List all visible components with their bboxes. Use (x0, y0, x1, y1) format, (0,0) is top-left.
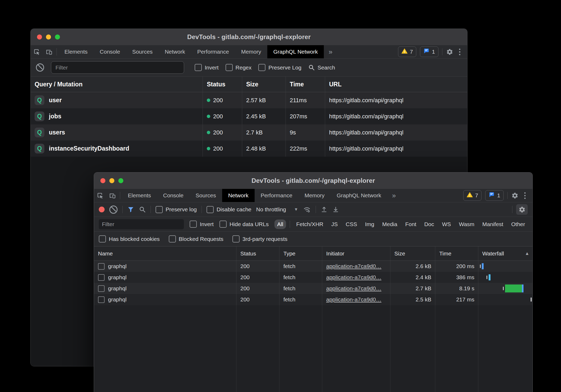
column-header-query[interactable]: Query / Mutation (31, 77, 203, 92)
has-blocked-cookies-checkbox[interactable]: Has blocked cookies (99, 235, 160, 242)
tab-graphql-network[interactable]: GraphQL Network (267, 45, 324, 58)
tab-sources[interactable]: Sources (190, 189, 222, 202)
type-filter-all[interactable]: All (274, 220, 286, 229)
tab-console[interactable]: Console (94, 45, 126, 58)
column-header-waterfall[interactable]: Waterfall ▲ (478, 246, 532, 260)
minimize-button[interactable] (109, 178, 114, 183)
import-har-icon[interactable] (321, 206, 328, 213)
column-header-size[interactable]: Size (242, 77, 286, 92)
blocked-requests-checkbox[interactable]: Blocked Requests (169, 235, 223, 242)
initiator-link[interactable]: application-a7ca9d0… (326, 263, 381, 269)
table-row[interactable]: graphql 200 fetch application-a7ca9d0… 2… (94, 294, 532, 305)
close-button[interactable] (37, 35, 42, 40)
network-conditions-icon[interactable] (303, 206, 311, 213)
table-row[interactable]: Quser 200 2.57 kB 211ms https://gitlab.c… (31, 92, 467, 108)
table-row[interactable]: Qjobs 200 2.45 kB 207ms https://gitlab.c… (31, 108, 467, 124)
more-tabs-icon[interactable]: » (387, 189, 400, 202)
type-filter-css[interactable]: CSS (343, 220, 360, 229)
filter-input[interactable] (51, 61, 184, 74)
inspect-element-icon[interactable] (94, 189, 106, 202)
initiator-link[interactable]: application-a7ca9d0… (326, 274, 381, 281)
row-checkbox[interactable] (98, 263, 105, 270)
type-filter-fetch-xhr[interactable]: Fetch/XHR (294, 220, 326, 229)
minimize-button[interactable] (46, 35, 51, 40)
throttling-select[interactable]: No throttling ▼ (256, 206, 298, 213)
settings-gear-icon[interactable] (511, 192, 518, 199)
inspect-element-icon[interactable] (31, 45, 43, 58)
type-filter-wasm[interactable]: Wasm (456, 220, 477, 229)
titlebar[interactable]: DevTools - gitlab.com/-/graphql-explorer (94, 172, 532, 189)
column-header-initiator[interactable]: Initiator (322, 246, 390, 260)
preserve-log-checkbox[interactable]: Preserve log (156, 206, 197, 213)
filter-input[interactable] (99, 219, 184, 229)
type-filter-other[interactable]: Other (508, 220, 528, 229)
titlebar[interactable]: DevTools - gitlab.com/-/graphql-explorer (31, 29, 467, 45)
type-filter-font[interactable]: Font (403, 220, 419, 229)
column-header-url[interactable]: URL (325, 77, 467, 92)
settings-gear-icon[interactable] (446, 48, 453, 55)
column-header-size[interactable]: Size (390, 246, 435, 260)
tab-network[interactable]: Network (159, 45, 191, 58)
network-settings-gear-icon[interactable] (516, 204, 528, 215)
invert-checkbox[interactable]: Invert (195, 64, 219, 71)
tab-elements[interactable]: Elements (58, 45, 94, 58)
table-row[interactable]: Qusers 200 2.7 kB 9s https://gitlab.com/… (31, 124, 467, 141)
tab-elements[interactable]: Elements (122, 189, 157, 202)
warnings-badge[interactable]: 7 (463, 190, 482, 201)
row-checkbox[interactable] (98, 296, 105, 303)
tab-graphql-network[interactable]: GraphQL Network (331, 189, 387, 202)
zoom-button[interactable] (118, 178, 123, 183)
search-icon[interactable] (139, 206, 146, 213)
row-checkbox[interactable] (98, 274, 105, 281)
clear-icon[interactable] (36, 63, 44, 72)
preserve-log-checkbox[interactable]: Preserve Log (258, 64, 301, 71)
initiator-link[interactable]: application-a7ca9d0… (326, 285, 381, 292)
regex-checkbox[interactable]: Regex (226, 64, 252, 71)
close-button[interactable] (100, 178, 105, 183)
tab-memory[interactable]: Memory (235, 45, 267, 58)
disable-cache-checkbox[interactable]: Disable cache (207, 206, 251, 213)
device-toolbar-icon[interactable] (106, 189, 118, 202)
kebab-menu-icon[interactable] (522, 192, 528, 199)
type-filter-ws[interactable]: WS (440, 220, 454, 229)
zoom-button[interactable] (55, 35, 60, 40)
column-header-name[interactable]: Name (94, 246, 236, 260)
invert-checkbox[interactable]: Invert (190, 221, 214, 228)
hide-data-urls-checkbox[interactable]: Hide data URLs (219, 221, 269, 228)
table-row[interactable]: graphql 200 fetch application-a7ca9d0… 2… (94, 272, 532, 283)
search-button[interactable]: Search (308, 64, 335, 71)
tab-sources[interactable]: Sources (126, 45, 159, 58)
tab-console[interactable]: Console (157, 189, 190, 202)
type-filter-img[interactable]: Img (362, 220, 377, 229)
table-row[interactable]: QinstanceSecurityDashboard 200 2.48 kB 2… (31, 141, 467, 157)
column-header-time[interactable]: Time (435, 246, 478, 260)
query-badge: Q (35, 144, 44, 153)
table-row[interactable]: graphql 200 fetch application-a7ca9d0… 2… (94, 261, 532, 272)
type-filter-doc[interactable]: Doc (422, 220, 437, 229)
tab-performance[interactable]: Performance (255, 189, 298, 202)
more-tabs-icon[interactable]: » (324, 45, 337, 58)
tab-performance[interactable]: Performance (191, 45, 235, 58)
tab-memory[interactable]: Memory (298, 189, 331, 202)
row-checkbox[interactable] (98, 285, 105, 292)
issues-badge[interactable]: 1 (485, 190, 504, 201)
type-filter-js[interactable]: JS (329, 220, 340, 229)
kebab-menu-icon[interactable] (457, 49, 462, 55)
warnings-badge[interactable]: 7 (398, 46, 417, 57)
record-button[interactable] (99, 207, 105, 212)
column-header-time[interactable]: Time (286, 77, 325, 92)
column-header-status[interactable]: Status (236, 246, 279, 260)
initiator-link[interactable]: application-a7ca9d0… (326, 296, 381, 303)
issues-badge[interactable]: 1 (420, 46, 438, 57)
column-header-status[interactable]: Status (203, 77, 242, 92)
tab-network[interactable]: Network (222, 189, 255, 202)
device-toolbar-icon[interactable] (43, 45, 55, 58)
third-party-requests-checkbox[interactable]: 3rd-party requests (232, 235, 287, 242)
clear-icon[interactable] (109, 206, 118, 214)
table-row[interactable]: graphql 200 fetch application-a7ca9d0… 2… (94, 283, 532, 294)
column-header-type[interactable]: Type (279, 246, 322, 260)
filter-funnel-icon[interactable] (127, 206, 134, 213)
type-filter-media[interactable]: Media (380, 220, 400, 229)
export-har-icon[interactable] (332, 206, 339, 213)
type-filter-manifest[interactable]: Manifest (480, 220, 506, 229)
